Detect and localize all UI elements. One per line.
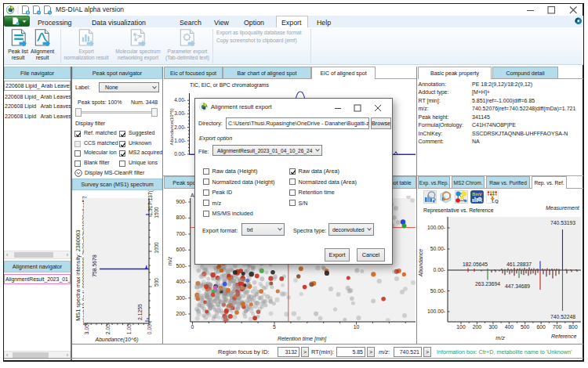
svg-text:LQ: LQ xyxy=(492,199,499,204)
svg-text:BinV: BinV xyxy=(472,192,482,197)
